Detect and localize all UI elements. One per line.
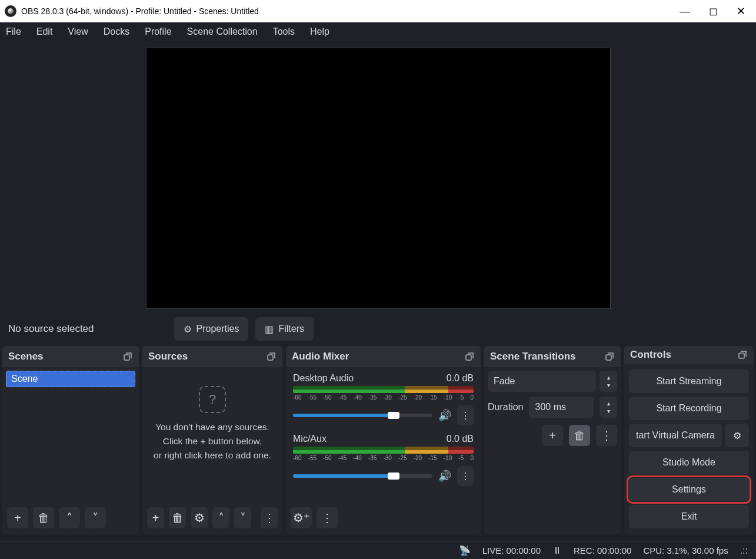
speaker-icon[interactable]: 🔊 [438, 409, 451, 422]
menu-scene-collection[interactable]: Scene Collection [187, 26, 258, 37]
window-title: OBS 28.0.3 (64-bit, windows) - Profile: … [21, 6, 259, 16]
sources-dock: Sources ? You don't have any sources. Cl… [142, 346, 282, 534]
menu-tools[interactable]: Tools [273, 26, 295, 37]
audio-mixer-dock: Audio Mixer Desktop Audio 0.0 dB -60-55-… [286, 346, 481, 534]
sources-empty-text: You don't have any sources. Click the + … [146, 420, 279, 462]
broadcast-icon: 📡 [459, 545, 471, 556]
mixer-channel: Desktop Audio 0.0 dB -60-55-50-45-40-35-… [289, 371, 477, 431]
filters-label: Filters [278, 324, 304, 334]
scene-transitions-dock: Scene Transitions Fade ▴ ▾ Duration 300 … [484, 346, 621, 534]
preview-area [0, 41, 756, 312]
duration-spinner[interactable]: ▴ ▾ [600, 397, 617, 418]
speaker-icon[interactable]: 🔊 [438, 470, 451, 483]
mixer-channel-menu-button[interactable]: ⋮ [457, 405, 474, 425]
volume-slider[interactable] [293, 414, 432, 417]
chevron-up-icon: ▴ [607, 374, 610, 381]
gear-icon: ⚙ [184, 324, 192, 335]
chevron-down-icon: ▾ [607, 408, 610, 414]
settings-button[interactable]: Settings [629, 478, 749, 501]
mixer-channel-name: Desktop Audio [293, 373, 354, 384]
sources-title: Sources [148, 351, 188, 362]
start-virtual-camera-button[interactable]: tart Virtual Camera [629, 424, 722, 447]
volume-slider[interactable] [293, 474, 432, 478]
add-transition-button[interactable]: + [542, 425, 563, 446]
svg-rect-4 [739, 353, 744, 358]
scene-item[interactable]: Scene [6, 371, 135, 387]
dock-popout-icon[interactable] [266, 351, 277, 362]
transition-selected-value: Fade [494, 376, 515, 387]
filters-icon: ▥ [265, 324, 274, 335]
transition-menu-button[interactable]: ⋮ [596, 425, 617, 446]
meter-ticks: -60-55-50-45-40-35-30-25-20-15-10-50 [293, 394, 474, 401]
menu-view[interactable]: View [68, 26, 88, 37]
controls-dock: Controls Start Streaming Start Recording… [624, 346, 754, 534]
scenes-title: Scenes [8, 351, 44, 362]
source-properties-button[interactable]: ⚙ [191, 507, 208, 528]
mixer-channel-db: 0.0 dB [447, 434, 474, 444]
start-streaming-button[interactable]: Start Streaming [629, 370, 749, 393]
properties-label: Properties [197, 324, 239, 334]
menu-help[interactable]: Help [310, 26, 329, 37]
filters-button[interactable]: ▥ Filters [255, 317, 314, 341]
controls-title: Controls [630, 349, 671, 361]
maximize-icon[interactable]: ◻ [709, 6, 718, 16]
menu-edit[interactable]: Edit [36, 26, 53, 37]
menu-file[interactable]: File [6, 26, 21, 37]
menu-profile[interactable]: Profile [145, 26, 171, 37]
duration-input[interactable]: 300 ms [529, 397, 594, 418]
close-icon[interactable]: ✕ [737, 6, 745, 16]
svg-rect-1 [268, 355, 273, 360]
virtual-camera-settings-button[interactable]: ⚙ [725, 424, 749, 447]
dock-popout-icon[interactable] [122, 351, 133, 362]
status-cpu: CPU: 3.1%, 30.00 fps [643, 545, 728, 555]
duration-label: Duration [488, 402, 523, 412]
dock-popout-icon[interactable] [604, 351, 615, 362]
remove-scene-button[interactable]: 🗑 [33, 507, 54, 528]
duration-value: 300 ms [535, 402, 565, 412]
status-rec: REC: 00:00:00 [574, 545, 631, 555]
mixer-channel-db: 0.0 dB [447, 373, 474, 384]
studio-mode-button[interactable]: Studio Mode [629, 451, 749, 474]
mixer-menu-button[interactable]: ⋮ [317, 507, 338, 528]
menubar: File Edit View Docks Profile Scene Colle… [0, 22, 756, 41]
preview-canvas[interactable] [146, 48, 611, 309]
move-scene-down-button[interactable]: ˅ [85, 507, 106, 528]
obs-app-icon [5, 5, 16, 17]
dock-popout-icon[interactable] [737, 350, 748, 360]
statusbar: 📡 LIVE: 00:00:00 ⏸ REC: 00:00:00 CPU: 3.… [0, 541, 756, 559]
properties-button[interactable]: ⚙ Properties [174, 317, 249, 341]
source-status-text: No source selected [8, 323, 94, 335]
move-source-down-button[interactable]: ˅ [234, 507, 251, 528]
add-source-button[interactable]: + [147, 507, 164, 528]
start-recording-button[interactable]: Start Recording [629, 397, 749, 420]
transition-select-spinner[interactable]: ▴ ▾ [600, 371, 617, 392]
transitions-title: Scene Transitions [490, 351, 576, 362]
scenes-dock: Scenes Scene + 🗑 ˄ ˅ [2, 346, 139, 534]
mixer-channel-menu-button[interactable]: ⋮ [457, 466, 474, 486]
menu-docks[interactable]: Docks [104, 26, 129, 37]
mixer-title: Audio Mixer [292, 351, 349, 362]
dock-popout-icon[interactable] [464, 351, 475, 362]
remove-transition-button[interactable]: 🗑 [569, 425, 590, 446]
svg-rect-0 [124, 355, 129, 360]
audio-meter [293, 447, 474, 454]
chevron-down-icon: ▾ [607, 382, 610, 388]
move-source-up-button[interactable]: ˄ [212, 507, 229, 528]
remove-source-button[interactable]: 🗑 [169, 507, 186, 528]
minimize-icon[interactable]: — [680, 6, 690, 16]
resize-grip-icon[interactable]: .:: [740, 545, 748, 556]
move-scene-up-button[interactable]: ˄ [59, 507, 80, 528]
meter-ticks: -60-55-50-45-40-35-30-25-20-15-10-50 [293, 455, 474, 461]
mixer-advanced-button[interactable]: ⚙⁺ [291, 507, 312, 528]
mixer-channel-name: Mic/Aux [293, 434, 327, 444]
chevron-up-icon: ▴ [607, 400, 610, 407]
exit-button[interactable]: Exit [629, 505, 749, 528]
titlebar: OBS 28.0.3 (64-bit, windows) - Profile: … [0, 0, 756, 22]
sources-empty-icon: ? [199, 386, 226, 413]
add-scene-button[interactable]: + [7, 507, 28, 528]
svg-rect-3 [606, 355, 611, 360]
transition-select[interactable]: Fade [488, 371, 596, 392]
source-more-button[interactable]: ⋮ [261, 507, 278, 528]
svg-rect-2 [466, 355, 471, 360]
status-live: LIVE: 00:00:00 [482, 545, 541, 555]
